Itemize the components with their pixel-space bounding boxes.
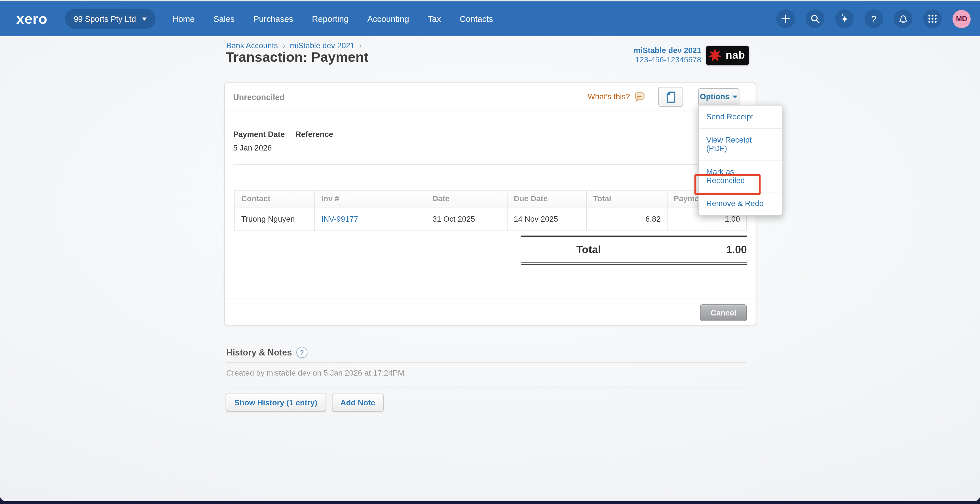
nab-bank-logo: nab xyxy=(706,46,749,65)
menu-item-view-receipt-pdf[interactable]: View Receipt (PDF) xyxy=(699,129,782,161)
add-button[interactable] xyxy=(776,10,795,28)
divider xyxy=(226,362,746,363)
plus-icon xyxy=(781,14,791,24)
help-button[interactable]: ? xyxy=(864,10,883,28)
screen: xero 99 Sports Pty Ltd Home Sales Purcha… xyxy=(0,0,980,504)
invoice-table: Contact Inv # Date Due Date Total Paymen… xyxy=(234,190,747,231)
card-header: Unreconciled What's this? xyxy=(225,83,756,111)
total-double-rule xyxy=(521,262,747,265)
add-note-button[interactable]: Add Note xyxy=(332,394,384,412)
ai-assistant-button[interactable] xyxy=(835,10,854,28)
column-header-date: Date xyxy=(426,190,507,207)
sparkle-icon xyxy=(839,13,850,24)
bank-account-name[interactable]: miStable dev 2021 xyxy=(581,46,701,56)
payment-date-label: Payment Date xyxy=(233,130,285,138)
org-name: 99 Sports Pty Ltd xyxy=(74,14,136,24)
page-title: Transaction: Payment xyxy=(226,49,369,65)
card-header-actions: What's this? xyxy=(588,87,740,107)
options-button[interactable]: Options xyxy=(698,88,739,106)
status-badge: Unreconciled xyxy=(233,92,285,102)
column-header-inv: Inv # xyxy=(315,190,426,207)
cell-date: 31 Oct 2025 xyxy=(426,207,507,231)
cell-due-date: 14 Nov 2025 xyxy=(507,207,587,231)
question-icon: ? xyxy=(871,13,876,24)
breadcrumb-bank-accounts[interactable]: Bank Accounts xyxy=(226,41,278,50)
column-header-due-date: Due Date xyxy=(507,190,587,207)
table-row: Truong Nguyen INV-99177 31 Oct 2025 14 N… xyxy=(235,207,747,231)
user-avatar[interactable]: MD xyxy=(953,10,970,28)
notifications-button[interactable] xyxy=(894,10,913,28)
nav-item-tax[interactable]: Tax xyxy=(428,14,441,24)
chevron-down-icon xyxy=(732,95,738,98)
search-button[interactable] xyxy=(806,10,824,28)
show-history-button[interactable]: Show History (1 entry) xyxy=(226,394,326,412)
whats-this-link[interactable]: What's this? xyxy=(588,92,630,101)
history-actions: Show History (1 entry) Add Note xyxy=(226,394,384,412)
column-header-total: Total xyxy=(587,190,667,207)
transaction-card: Unreconciled What's this? xyxy=(224,83,756,326)
speech-bubble-icon[interactable] xyxy=(634,92,646,102)
search-icon xyxy=(810,13,820,24)
nav-item-reporting[interactable]: Reporting xyxy=(312,14,348,24)
nab-logo-text: nab xyxy=(725,49,745,62)
bank-account-number: 123-456-12345678 xyxy=(581,56,701,65)
breadcrumb: Bank Accounts › miStable dev 2021 › xyxy=(226,41,364,50)
payment-date-value: 5 Jan 2026 xyxy=(233,144,272,153)
total-value: 1.00 xyxy=(726,243,747,256)
org-switcher[interactable]: 99 Sports Pty Ltd xyxy=(65,9,155,29)
document-icon xyxy=(666,91,675,103)
nav-item-accounting[interactable]: Accounting xyxy=(367,14,409,24)
card-footer: Cancel xyxy=(225,299,756,325)
breadcrumb-separator: › xyxy=(283,41,285,50)
history-notes-title: History & Notes xyxy=(226,347,292,357)
options-dropdown-menu: Send Receipt View Receipt (PDF) Mark as … xyxy=(698,105,783,215)
cell-total: 6.82 xyxy=(587,207,667,231)
breadcrumb-account[interactable]: miStable dev 2021 xyxy=(290,41,355,50)
column-header-contact: Contact xyxy=(235,190,315,207)
menu-item-remove-and-redo[interactable]: Remove & Redo xyxy=(699,192,782,215)
total-summary: Total 1.00 xyxy=(521,235,747,265)
browser-page: xero 99 Sports Pty Ltd Home Sales Purcha… xyxy=(0,0,980,501)
nav-item-contacts[interactable]: Contacts xyxy=(460,14,493,24)
total-label: Total xyxy=(576,243,601,256)
apps-button[interactable] xyxy=(923,10,942,28)
history-notes-heading: History & Notes ? xyxy=(226,347,308,358)
chevron-down-icon xyxy=(142,17,146,21)
payment-field-labels: Payment Date Reference xyxy=(233,130,333,138)
breadcrumb-separator: › xyxy=(359,41,362,50)
nav-item-home[interactable]: Home xyxy=(172,14,194,24)
highlight-annotation-box xyxy=(694,174,761,195)
table-header-row: Contact Inv # Date Due Date Total Paymen… xyxy=(235,190,747,207)
history-entry: Created by mistable dev on 5 Jan 2026 at… xyxy=(226,369,404,377)
xero-logo[interactable]: xero xyxy=(16,12,47,26)
top-nav: xero 99 Sports Pty Ltd Home Sales Purcha… xyxy=(0,1,980,36)
menu-item-send-receipt[interactable]: Send Receipt xyxy=(699,105,782,129)
cancel-button[interactable]: Cancel xyxy=(700,304,747,321)
nav-actions: ? MD xyxy=(776,10,970,28)
cell-contact: Truong Nguyen xyxy=(235,207,315,231)
nav-item-sales[interactable]: Sales xyxy=(213,14,234,24)
main-menu: Home Sales Purchases Reporting Accountin… xyxy=(172,14,493,24)
divider xyxy=(226,386,746,387)
reference-label: Reference xyxy=(296,130,333,138)
bank-account-info: miStable dev 2021 123-456-12345678 xyxy=(581,46,701,65)
view-documents-button[interactable] xyxy=(658,87,683,107)
nab-star-icon xyxy=(706,46,725,65)
nav-item-purchases[interactable]: Purchases xyxy=(253,14,293,24)
apps-grid-icon xyxy=(928,14,937,24)
divider xyxy=(233,164,748,165)
invoice-link[interactable]: INV-99177 xyxy=(321,215,358,223)
options-button-label: Options xyxy=(700,92,729,101)
bell-icon xyxy=(897,13,909,24)
help-circle-icon[interactable]: ? xyxy=(296,347,308,358)
